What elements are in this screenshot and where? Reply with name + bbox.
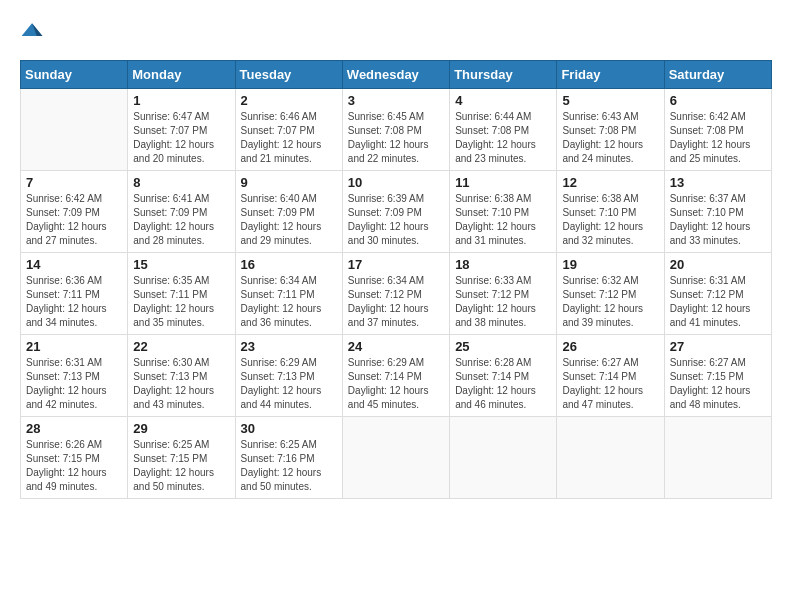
day-info: Sunrise: 6:30 AM Sunset: 7:13 PM Dayligh…: [133, 356, 229, 412]
day-info: Sunrise: 6:44 AM Sunset: 7:08 PM Dayligh…: [455, 110, 551, 166]
calendar-week-row: 28Sunrise: 6:26 AM Sunset: 7:15 PM Dayli…: [21, 417, 772, 499]
day-info: Sunrise: 6:38 AM Sunset: 7:10 PM Dayligh…: [562, 192, 658, 248]
day-number: 27: [670, 339, 766, 354]
calendar-cell: [557, 417, 664, 499]
calendar-cell: 3Sunrise: 6:45 AM Sunset: 7:08 PM Daylig…: [342, 89, 449, 171]
calendar-cell: 4Sunrise: 6:44 AM Sunset: 7:08 PM Daylig…: [450, 89, 557, 171]
day-header-tuesday: Tuesday: [235, 61, 342, 89]
day-number: 3: [348, 93, 444, 108]
day-info: Sunrise: 6:32 AM Sunset: 7:12 PM Dayligh…: [562, 274, 658, 330]
calendar-cell: [664, 417, 771, 499]
day-info: Sunrise: 6:27 AM Sunset: 7:15 PM Dayligh…: [670, 356, 766, 412]
calendar-cell: 1Sunrise: 6:47 AM Sunset: 7:07 PM Daylig…: [128, 89, 235, 171]
day-header-wednesday: Wednesday: [342, 61, 449, 89]
day-number: 6: [670, 93, 766, 108]
calendar-cell: 24Sunrise: 6:29 AM Sunset: 7:14 PM Dayli…: [342, 335, 449, 417]
day-header-monday: Monday: [128, 61, 235, 89]
calendar-cell: 22Sunrise: 6:30 AM Sunset: 7:13 PM Dayli…: [128, 335, 235, 417]
day-number: 9: [241, 175, 337, 190]
calendar-cell: 8Sunrise: 6:41 AM Sunset: 7:09 PM Daylig…: [128, 171, 235, 253]
calendar-cell: 29Sunrise: 6:25 AM Sunset: 7:15 PM Dayli…: [128, 417, 235, 499]
calendar-cell: 18Sunrise: 6:33 AM Sunset: 7:12 PM Dayli…: [450, 253, 557, 335]
day-info: Sunrise: 6:40 AM Sunset: 7:09 PM Dayligh…: [241, 192, 337, 248]
calendar-cell: [21, 89, 128, 171]
day-header-sunday: Sunday: [21, 61, 128, 89]
day-number: 5: [562, 93, 658, 108]
day-info: Sunrise: 6:47 AM Sunset: 7:07 PM Dayligh…: [133, 110, 229, 166]
calendar-cell: 6Sunrise: 6:42 AM Sunset: 7:08 PM Daylig…: [664, 89, 771, 171]
day-info: Sunrise: 6:46 AM Sunset: 7:07 PM Dayligh…: [241, 110, 337, 166]
day-info: Sunrise: 6:31 AM Sunset: 7:12 PM Dayligh…: [670, 274, 766, 330]
day-number: 17: [348, 257, 444, 272]
day-info: Sunrise: 6:28 AM Sunset: 7:14 PM Dayligh…: [455, 356, 551, 412]
calendar-cell: 30Sunrise: 6:25 AM Sunset: 7:16 PM Dayli…: [235, 417, 342, 499]
day-info: Sunrise: 6:25 AM Sunset: 7:16 PM Dayligh…: [241, 438, 337, 494]
calendar-cell: 19Sunrise: 6:32 AM Sunset: 7:12 PM Dayli…: [557, 253, 664, 335]
calendar-cell: [450, 417, 557, 499]
day-info: Sunrise: 6:33 AM Sunset: 7:12 PM Dayligh…: [455, 274, 551, 330]
day-number: 24: [348, 339, 444, 354]
calendar-cell: 7Sunrise: 6:42 AM Sunset: 7:09 PM Daylig…: [21, 171, 128, 253]
calendar-cell: 20Sunrise: 6:31 AM Sunset: 7:12 PM Dayli…: [664, 253, 771, 335]
calendar-header-row: SundayMondayTuesdayWednesdayThursdayFrid…: [21, 61, 772, 89]
calendar-cell: 26Sunrise: 6:27 AM Sunset: 7:14 PM Dayli…: [557, 335, 664, 417]
calendar-cell: [342, 417, 449, 499]
day-info: Sunrise: 6:45 AM Sunset: 7:08 PM Dayligh…: [348, 110, 444, 166]
day-number: 12: [562, 175, 658, 190]
day-number: 11: [455, 175, 551, 190]
day-info: Sunrise: 6:42 AM Sunset: 7:08 PM Dayligh…: [670, 110, 766, 166]
day-info: Sunrise: 6:25 AM Sunset: 7:15 PM Dayligh…: [133, 438, 229, 494]
day-number: 21: [26, 339, 122, 354]
day-info: Sunrise: 6:31 AM Sunset: 7:13 PM Dayligh…: [26, 356, 122, 412]
day-number: 13: [670, 175, 766, 190]
day-info: Sunrise: 6:42 AM Sunset: 7:09 PM Dayligh…: [26, 192, 122, 248]
logo-icon: [20, 20, 44, 44]
calendar-week-row: 14Sunrise: 6:36 AM Sunset: 7:11 PM Dayli…: [21, 253, 772, 335]
day-number: 8: [133, 175, 229, 190]
calendar-cell: 17Sunrise: 6:34 AM Sunset: 7:12 PM Dayli…: [342, 253, 449, 335]
day-info: Sunrise: 6:37 AM Sunset: 7:10 PM Dayligh…: [670, 192, 766, 248]
day-info: Sunrise: 6:26 AM Sunset: 7:15 PM Dayligh…: [26, 438, 122, 494]
day-number: 4: [455, 93, 551, 108]
day-number: 30: [241, 421, 337, 436]
day-info: Sunrise: 6:35 AM Sunset: 7:11 PM Dayligh…: [133, 274, 229, 330]
calendar-cell: 25Sunrise: 6:28 AM Sunset: 7:14 PM Dayli…: [450, 335, 557, 417]
day-info: Sunrise: 6:38 AM Sunset: 7:10 PM Dayligh…: [455, 192, 551, 248]
logo: [20, 20, 48, 44]
calendar-week-row: 1Sunrise: 6:47 AM Sunset: 7:07 PM Daylig…: [21, 89, 772, 171]
calendar-table: SundayMondayTuesdayWednesdayThursdayFrid…: [20, 60, 772, 499]
day-number: 18: [455, 257, 551, 272]
day-info: Sunrise: 6:43 AM Sunset: 7:08 PM Dayligh…: [562, 110, 658, 166]
calendar-cell: 21Sunrise: 6:31 AM Sunset: 7:13 PM Dayli…: [21, 335, 128, 417]
day-info: Sunrise: 6:34 AM Sunset: 7:11 PM Dayligh…: [241, 274, 337, 330]
day-header-thursday: Thursday: [450, 61, 557, 89]
calendar-cell: 11Sunrise: 6:38 AM Sunset: 7:10 PM Dayli…: [450, 171, 557, 253]
day-info: Sunrise: 6:41 AM Sunset: 7:09 PM Dayligh…: [133, 192, 229, 248]
calendar-cell: 15Sunrise: 6:35 AM Sunset: 7:11 PM Dayli…: [128, 253, 235, 335]
calendar-cell: 27Sunrise: 6:27 AM Sunset: 7:15 PM Dayli…: [664, 335, 771, 417]
calendar-cell: 28Sunrise: 6:26 AM Sunset: 7:15 PM Dayli…: [21, 417, 128, 499]
day-number: 16: [241, 257, 337, 272]
day-number: 19: [562, 257, 658, 272]
day-number: 26: [562, 339, 658, 354]
day-number: 22: [133, 339, 229, 354]
day-number: 25: [455, 339, 551, 354]
day-number: 14: [26, 257, 122, 272]
calendar-week-row: 7Sunrise: 6:42 AM Sunset: 7:09 PM Daylig…: [21, 171, 772, 253]
calendar-cell: 2Sunrise: 6:46 AM Sunset: 7:07 PM Daylig…: [235, 89, 342, 171]
day-info: Sunrise: 6:36 AM Sunset: 7:11 PM Dayligh…: [26, 274, 122, 330]
calendar-cell: 16Sunrise: 6:34 AM Sunset: 7:11 PM Dayli…: [235, 253, 342, 335]
calendar-cell: 12Sunrise: 6:38 AM Sunset: 7:10 PM Dayli…: [557, 171, 664, 253]
day-number: 29: [133, 421, 229, 436]
day-number: 10: [348, 175, 444, 190]
day-info: Sunrise: 6:29 AM Sunset: 7:14 PM Dayligh…: [348, 356, 444, 412]
calendar-cell: 10Sunrise: 6:39 AM Sunset: 7:09 PM Dayli…: [342, 171, 449, 253]
day-number: 20: [670, 257, 766, 272]
day-info: Sunrise: 6:39 AM Sunset: 7:09 PM Dayligh…: [348, 192, 444, 248]
page-header: [20, 20, 772, 44]
day-number: 2: [241, 93, 337, 108]
day-info: Sunrise: 6:29 AM Sunset: 7:13 PM Dayligh…: [241, 356, 337, 412]
day-info: Sunrise: 6:34 AM Sunset: 7:12 PM Dayligh…: [348, 274, 444, 330]
calendar-cell: 5Sunrise: 6:43 AM Sunset: 7:08 PM Daylig…: [557, 89, 664, 171]
day-info: Sunrise: 6:27 AM Sunset: 7:14 PM Dayligh…: [562, 356, 658, 412]
